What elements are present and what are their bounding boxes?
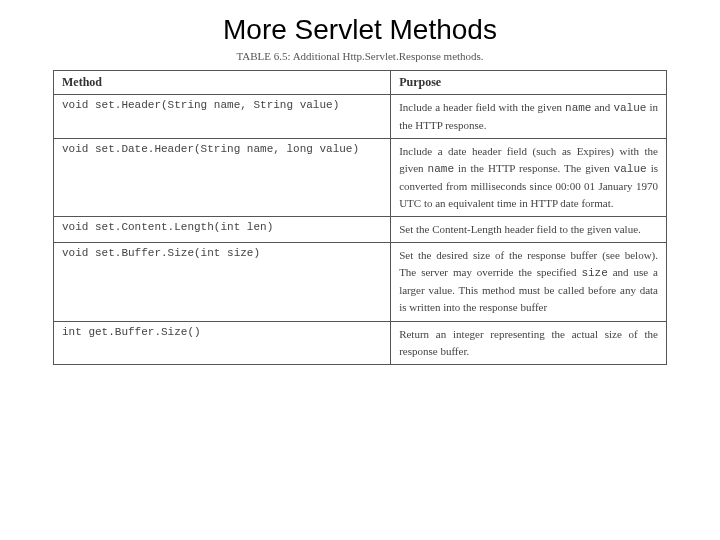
method-purpose: Set the Content-Length header field to t… (391, 217, 667, 243)
table-header-row: Method Purpose (54, 71, 667, 95)
column-purpose-header: Purpose (391, 71, 667, 95)
method-purpose: Set the desired size of the response buf… (391, 243, 667, 321)
table-row: void set.Content.Length(int len) Set the… (54, 217, 667, 243)
method-signature: void set.Date.Header(String name, long v… (54, 139, 391, 217)
column-method-header: Method (54, 71, 391, 95)
method-purpose: Return an integer representing the actua… (391, 321, 667, 364)
slide-page: More Servlet Methods TABLE 6.5: Addition… (0, 0, 720, 375)
table-row: void set.Date.Header(String name, long v… (54, 139, 667, 217)
method-signature: void set.Header(String name, String valu… (54, 95, 391, 139)
table-row: void set.Header(String name, String valu… (54, 95, 667, 139)
method-signature: void set.Content.Length(int len) (54, 217, 391, 243)
method-signature: int get.Buffer.Size() (54, 321, 391, 364)
method-signature: void set.Buffer.Size(int size) (54, 243, 391, 321)
method-purpose: Include a date header field (such as Exp… (391, 139, 667, 217)
table-row: int get.Buffer.Size() Return an integer … (54, 321, 667, 364)
methods-table: Method Purpose void set.Header(String na… (53, 70, 667, 365)
table-caption: TABLE 6.5: Additional Http.Servlet.Respo… (22, 50, 698, 62)
table-row: void set.Buffer.Size(int size) Set the d… (54, 243, 667, 321)
page-title: More Servlet Methods (22, 14, 698, 46)
method-purpose: Include a header field with the given na… (391, 95, 667, 139)
